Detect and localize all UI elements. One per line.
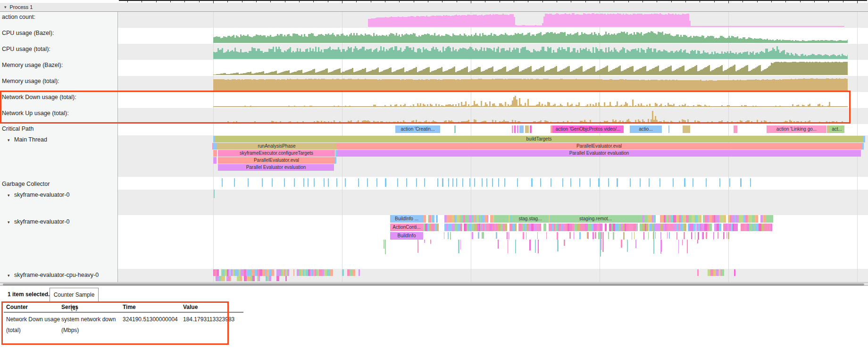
trace-slice[interactable]: ParallelEvaluator.eval <box>218 157 335 164</box>
cell-time: 324190.51300000004 <box>123 316 178 323</box>
sidebar-item-label: Main Thread <box>14 136 47 143</box>
sidebar-item-label: skyframe-evaluator-0 <box>14 218 69 225</box>
sidebar-item-network-up-usage-total[interactable]: Network Up usage (total): <box>0 110 119 117</box>
trace-slice[interactable] <box>683 125 690 133</box>
trace-slice[interactable]: actio... <box>630 125 662 133</box>
table-header-time: Time <box>123 304 136 310</box>
cell-value: 184.1793113323983 <box>183 316 234 323</box>
cell-series-line1: system network down <box>61 316 116 323</box>
sidebar-item-skyframe-evaluator-cpu-heavy-0[interactable]: ▾skyframe-evaluator-cpu-heavy-0 <box>0 272 117 279</box>
counter-track-net-up[interactable] <box>0 108 868 124</box>
sidebar-item-label: Network Up usage (total): <box>2 110 69 117</box>
sidebar-item-label: skyframe-evaluator-cpu-heavy-0 <box>14 272 99 278</box>
counter-track-mem-bazel[interactable] <box>0 60 868 76</box>
trace-slice[interactable] <box>602 232 604 252</box>
sidebar-item-label: CPU usage (total): <box>2 46 50 52</box>
sidebar-item-label: skyframe-evaluator-0 <box>14 192 69 198</box>
sidebar-item-skyframe-evaluator-0-2[interactable]: ▾skyframe-evaluator-0 <box>0 218 117 225</box>
trace-slice[interactable] <box>530 125 532 133</box>
trace-slice[interactable]: Parallel Evaluator evaluation <box>218 164 334 171</box>
cell-series-line2: (Mbps) <box>61 327 79 333</box>
trace-slice[interactable] <box>600 232 601 257</box>
counter-track-cpu-total[interactable] <box>0 44 868 60</box>
trace-slice[interactable] <box>517 125 518 133</box>
sidebar-item-skyframe-evaluator-0[interactable]: ▾skyframe-evaluator-0 <box>0 192 117 199</box>
trace-slice[interactable] <box>734 269 735 276</box>
collapse-triangle-icon[interactable]: ▾ <box>8 192 14 199</box>
sparse-lines[interactable] <box>0 240 868 255</box>
sidebar-item-memory-usage-total[interactable]: Memory usage (total): <box>0 78 119 85</box>
trace-slice[interactable]: act... <box>829 125 844 133</box>
track-area[interactable]: action 'Creatin...action 'GenObjcProtos … <box>0 0 868 282</box>
selection-status: 1 item selected. <box>8 291 50 298</box>
trace-slice[interactable]: staging.remot... <box>551 215 640 223</box>
track-row-band[interactable] <box>118 190 868 215</box>
trace-slice[interactable] <box>697 269 699 276</box>
trace-slice[interactable] <box>863 136 865 142</box>
trace-slice[interactable] <box>512 125 513 133</box>
trace-slice[interactable] <box>525 125 529 133</box>
sidebar-item-cpu-usage-total[interactable]: CPU usage (total): <box>0 46 119 53</box>
trace-slice[interactable]: skyframeExecutor.configureTargets <box>218 150 335 157</box>
table-header-value: Value <box>183 304 198 310</box>
counter-track-cpu-bazel[interactable] <box>0 28 868 44</box>
trace-slice[interactable] <box>519 125 524 133</box>
sidebar-item-label: Critical Path <box>2 125 33 132</box>
gc-ticks[interactable] <box>0 178 868 187</box>
trace-slice[interactable] <box>862 143 864 150</box>
cell-counter-line2: (total) <box>6 327 21 333</box>
slice-band[interactable] <box>0 215 868 223</box>
trace-slice[interactable]: buildTargets <box>215 136 863 142</box>
trace-slice[interactable]: stag.stag... <box>512 215 549 223</box>
trace-slice[interactable] <box>734 125 737 133</box>
trace-slice[interactable] <box>653 224 654 254</box>
trace-slice[interactable]: ParallelEvaluator.eval <box>336 143 862 150</box>
trace-slice[interactable]: action 'Creatin... <box>395 125 440 133</box>
details-panel: 1 item selected. Counter Sample (1) Coun… <box>0 286 868 350</box>
collapse-triangle-icon[interactable]: ▾ <box>8 272 14 279</box>
trace-slice[interactable] <box>214 190 215 198</box>
trace-slice[interactable] <box>668 125 669 133</box>
trace-slice[interactable] <box>454 125 456 133</box>
counter-track-net-down[interactable] <box>0 92 868 108</box>
trace-slice[interactable]: runAnalysisPhase <box>217 143 336 150</box>
sidebar-item-label: CPU usage (Bazel): <box>2 30 54 36</box>
trace-slice[interactable]: Parallel Evaluator evaluation <box>337 150 861 157</box>
cell-counter-line1: Network Down usage <box>6 316 60 323</box>
counter-track-mem-total[interactable] <box>0 76 868 92</box>
table-header-counter: Counter <box>6 304 28 310</box>
trace-slice[interactable] <box>335 157 336 164</box>
slice-band[interactable] <box>0 269 868 276</box>
trace-viewer: { "header": { "process_label": "Process … <box>0 0 868 350</box>
sidebar-item-label: Memory usage (Bazel): <box>2 62 63 68</box>
counter-track-action-count[interactable] <box>0 12 868 28</box>
trace-slice[interactable] <box>494 215 509 223</box>
panel-splitter[interactable] <box>0 282 868 286</box>
sidebar-item-label: Memory usage (total): <box>2 78 59 84</box>
tab-counter-sample[interactable]: Counter Sample (1) <box>50 288 99 302</box>
trace-slice[interactable]: action 'Linking go... <box>767 125 826 133</box>
trace-slice[interactable]: ActionConti... <box>390 224 423 231</box>
collapse-triangle-icon[interactable]: ▾ <box>8 137 14 143</box>
sidebar-item-main-thread[interactable]: ▾Main Thread <box>0 136 117 143</box>
collapse-triangle-icon[interactable]: ▾ <box>8 219 14 225</box>
trace-slice[interactable] <box>514 125 516 133</box>
trace-slice[interactable] <box>213 143 217 150</box>
scrollbar-thumb[interactable] <box>3 283 864 285</box>
trace-slice[interactable]: BuildInfo ... <box>390 215 423 223</box>
sidebar-item-action-count[interactable]: action count: <box>0 14 119 21</box>
sparse-lines[interactable] <box>0 232 868 240</box>
slice-band[interactable] <box>0 276 868 281</box>
trace-slice[interactable] <box>213 157 217 164</box>
sidebar-item-garbage-collector[interactable]: Garbage Collector <box>0 181 119 188</box>
slice-band[interactable] <box>0 224 868 231</box>
sidebar-item-label: Network Down usage (total): <box>2 94 76 100</box>
sidebar-item-network-down-usage-total[interactable]: Network Down usage (total): <box>0 94 119 101</box>
ruler-ticks <box>0 0 868 3</box>
sidebar-item-memory-usage-bazel[interactable]: Memory usage (Bazel): <box>0 62 119 69</box>
trace-slice[interactable] <box>213 150 217 157</box>
trace-slice[interactable]: action 'GenObjcProtos video/... <box>552 125 624 133</box>
sidebar-item-cpu-usage-bazel[interactable]: CPU usage (Bazel): <box>0 30 119 37</box>
sidebar-item-critical-path[interactable]: Critical Path <box>0 125 119 133</box>
sidebar-item-label: Garbage Collector <box>2 181 50 187</box>
